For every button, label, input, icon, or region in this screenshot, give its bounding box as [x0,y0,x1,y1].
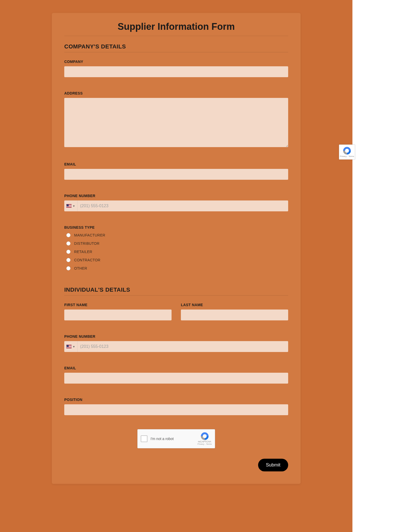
company-email-input[interactable] [64,169,288,180]
country-code-select[interactable]: ▼ [64,200,77,211]
field-company-phone: PHONE NUMBER ▼ [64,194,288,211]
individual-phone-input[interactable] [77,341,288,352]
recaptcha-logo-icon [343,147,351,155]
address-label: ADDRESS [64,91,288,95]
radio-button[interactable] [66,233,70,237]
radio-row-other[interactable]: OTHER [64,264,288,272]
field-address: ADDRESS [64,91,288,148]
individual-email-input[interactable] [64,373,288,384]
field-position: POSITION [64,398,288,415]
company-phone-input[interactable] [77,200,288,211]
field-individual-email: EMAIL [64,366,288,384]
radio-row-contractor[interactable]: CONTRACTOR [64,256,288,264]
radio-label: DISTRIBUTOR [74,241,100,246]
radio-label: OTHER [74,266,87,270]
recaptcha-widget: I'm not a robot reCAPTCHA Privacy - Term… [137,429,215,448]
company-input[interactable] [64,66,288,77]
recaptcha-brand: reCAPTCHA Privacy - Terms [197,432,212,445]
radio-button[interactable] [66,241,70,246]
field-first-name: FIRST NAME [64,303,172,320]
recaptcha-text: I'm not a robot [151,437,194,441]
field-company: COMPANY [64,60,288,77]
supplier-form-card: Supplier Information Form COMPANY'S DETA… [52,13,301,484]
radio-row-manufacturer[interactable]: MANUFACTURER [64,231,288,239]
individual-email-label: EMAIL [64,366,288,370]
company-email-label: EMAIL [64,162,288,166]
us-flag-icon [66,204,72,208]
section-heading-individual: INDIVIDUAL'S DETAILS [64,286,288,296]
address-input[interactable] [64,98,288,147]
submit-button[interactable]: Submit [258,459,288,471]
first-name-label: FIRST NAME [64,303,172,307]
radio-label: RETAILER [74,250,92,254]
field-individual-phone: PHONE NUMBER ▼ [64,334,288,352]
business-type-label: BUSINESS TYPE [64,225,288,229]
first-name-input[interactable] [64,310,172,320]
position-input[interactable] [64,404,288,415]
company-label: COMPANY [64,60,288,64]
radio-button[interactable] [66,266,70,270]
last-name-label: LAST NAME [181,303,288,307]
form-title: Supplier Information Form [64,21,288,36]
radio-label: CONTRACTOR [74,258,101,262]
individual-phone-label: PHONE NUMBER [64,334,288,339]
recaptcha-floating-badge[interactable]: Privacy - Terms [339,145,355,160]
business-type-radio-group: MANUFACTURER DISTRIBUTOR RETAILER CONTRA… [64,231,288,272]
country-code-select[interactable]: ▼ [64,341,77,352]
recaptcha-links[interactable]: Privacy - Terms [197,443,212,445]
position-label: POSITION [64,398,288,402]
last-name-input[interactable] [181,310,288,320]
company-phone-wrap: ▼ [64,200,288,211]
individual-phone-wrap: ▼ [64,341,288,352]
radio-row-distributor[interactable]: DISTRIBUTOR [64,239,288,248]
section-heading-company: COMPANY'S DETAILS [64,43,288,52]
field-company-email: EMAIL [64,162,288,180]
chevron-down-icon: ▼ [73,205,75,207]
radio-button[interactable] [66,258,70,262]
radio-button[interactable] [66,250,70,254]
us-flag-icon [66,345,72,348]
recaptcha-logo-icon [201,432,209,440]
radio-label: MANUFACTURER [74,233,105,237]
recaptcha-badge-links: Privacy - Terms [340,155,354,157]
company-phone-label: PHONE NUMBER [64,194,288,198]
chevron-down-icon: ▼ [73,345,75,348]
field-business-type: BUSINESS TYPE MANUFACTURER DISTRIBUTOR R… [64,225,288,272]
recaptcha-checkbox[interactable] [141,435,147,442]
field-last-name: LAST NAME [181,303,288,320]
radio-row-retailer[interactable]: RETAILER [64,248,288,256]
